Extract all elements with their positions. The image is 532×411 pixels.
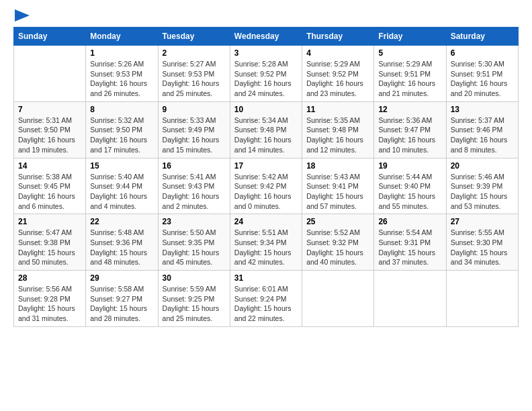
calendar-cell: 26Sunrise: 5:54 AM Sunset: 9:31 PM Dayli… xyxy=(374,214,446,271)
cell-content: Sunrise: 5:32 AM Sunset: 9:50 PM Dayligh… xyxy=(90,116,153,155)
day-number: 9 xyxy=(163,105,226,114)
calendar-cell: 5Sunrise: 5:29 AM Sunset: 9:51 PM Daylig… xyxy=(374,46,446,102)
cell-content: Sunrise: 5:31 AM Sunset: 9:50 PM Dayligh… xyxy=(18,116,81,155)
calendar-cell: 10Sunrise: 5:34 AM Sunset: 9:48 PM Dayli… xyxy=(230,101,302,158)
calendar-cell: 17Sunrise: 5:42 AM Sunset: 9:42 PM Dayli… xyxy=(230,158,302,214)
cell-content: Sunrise: 6:01 AM Sunset: 9:24 PM Dayligh… xyxy=(234,284,298,324)
calendar-cell: 24Sunrise: 5:51 AM Sunset: 9:34 PM Dayli… xyxy=(230,214,302,271)
calendar-cell: 12Sunrise: 5:36 AM Sunset: 9:47 PM Dayli… xyxy=(374,101,446,158)
day-number: 15 xyxy=(90,161,153,171)
day-number: 13 xyxy=(451,105,514,114)
logo-icon xyxy=(15,9,30,21)
day-number: 30 xyxy=(163,273,226,283)
calendar-cell: 27Sunrise: 5:55 AM Sunset: 9:30 PM Dayli… xyxy=(446,214,518,271)
day-number: 20 xyxy=(451,161,514,171)
day-of-week-header: Thursday xyxy=(302,28,374,46)
day-number: 23 xyxy=(163,217,226,226)
day-number: 26 xyxy=(378,217,441,226)
day-number: 2 xyxy=(163,48,226,58)
day-number: 24 xyxy=(234,217,298,226)
day-number: 22 xyxy=(90,217,153,226)
cell-content: Sunrise: 5:42 AM Sunset: 9:42 PM Dayligh… xyxy=(234,172,298,212)
day-number: 1 xyxy=(90,48,153,58)
calendar-cell: 18Sunrise: 5:43 AM Sunset: 9:41 PM Dayli… xyxy=(302,158,374,214)
cell-content: Sunrise: 5:51 AM Sunset: 9:34 PM Dayligh… xyxy=(234,228,298,267)
svg-marker-0 xyxy=(15,9,30,21)
cell-content: Sunrise: 5:37 AM Sunset: 9:46 PM Dayligh… xyxy=(451,116,514,155)
day-number: 12 xyxy=(378,105,441,114)
day-number: 7 xyxy=(18,105,81,114)
calendar-cell: 31Sunrise: 6:01 AM Sunset: 9:24 PM Dayli… xyxy=(230,271,302,327)
calendar-cell xyxy=(302,271,374,327)
cell-content: Sunrise: 5:55 AM Sunset: 9:30 PM Dayligh… xyxy=(451,228,514,267)
calendar-week-row: 1Sunrise: 5:26 AM Sunset: 9:53 PM Daylig… xyxy=(14,46,519,102)
calendar-cell: 11Sunrise: 5:35 AM Sunset: 9:48 PM Dayli… xyxy=(302,101,374,158)
calendar-cell: 15Sunrise: 5:40 AM Sunset: 9:44 PM Dayli… xyxy=(86,158,158,214)
cell-content: Sunrise: 5:48 AM Sunset: 9:36 PM Dayligh… xyxy=(90,228,153,267)
day-number: 14 xyxy=(18,161,81,171)
calendar-header-row: SundayMondayTuesdayWednesdayThursdayFrid… xyxy=(14,28,519,46)
calendar-cell: 19Sunrise: 5:44 AM Sunset: 9:40 PM Dayli… xyxy=(374,158,446,214)
calendar-cell xyxy=(14,46,86,102)
cell-content: Sunrise: 5:27 AM Sunset: 9:53 PM Dayligh… xyxy=(163,59,226,99)
cell-content: Sunrise: 5:44 AM Sunset: 9:40 PM Dayligh… xyxy=(378,172,441,212)
day-number: 18 xyxy=(306,161,369,171)
cell-content: Sunrise: 5:40 AM Sunset: 9:44 PM Dayligh… xyxy=(90,172,153,212)
day-number: 29 xyxy=(90,273,153,283)
day-number: 3 xyxy=(234,48,298,58)
calendar-week-row: 28Sunrise: 5:56 AM Sunset: 9:28 PM Dayli… xyxy=(14,271,519,327)
cell-content: Sunrise: 5:50 AM Sunset: 9:35 PM Dayligh… xyxy=(163,228,226,267)
cell-content: Sunrise: 5:56 AM Sunset: 9:28 PM Dayligh… xyxy=(18,284,81,324)
calendar-cell: 23Sunrise: 5:50 AM Sunset: 9:35 PM Dayli… xyxy=(158,214,230,271)
cell-content: Sunrise: 5:41 AM Sunset: 9:43 PM Dayligh… xyxy=(163,172,226,212)
calendar-cell: 9Sunrise: 5:33 AM Sunset: 9:49 PM Daylig… xyxy=(158,101,230,158)
day-number: 5 xyxy=(378,48,441,58)
calendar-cell: 20Sunrise: 5:46 AM Sunset: 9:39 PM Dayli… xyxy=(446,158,518,214)
calendar-cell: 28Sunrise: 5:56 AM Sunset: 9:28 PM Dayli… xyxy=(14,271,86,327)
calendar-week-row: 14Sunrise: 5:38 AM Sunset: 9:45 PM Dayli… xyxy=(14,158,519,214)
day-of-week-header: Friday xyxy=(374,28,446,46)
calendar-week-row: 21Sunrise: 5:47 AM Sunset: 9:38 PM Dayli… xyxy=(14,214,519,271)
day-number: 19 xyxy=(378,161,441,171)
cell-content: Sunrise: 5:35 AM Sunset: 9:48 PM Dayligh… xyxy=(306,116,369,155)
calendar-cell: 3Sunrise: 5:28 AM Sunset: 9:52 PM Daylig… xyxy=(230,46,302,102)
day-number: 4 xyxy=(306,48,369,58)
calendar-cell: 7Sunrise: 5:31 AM Sunset: 9:50 PM Daylig… xyxy=(14,101,86,158)
calendar-cell: 2Sunrise: 5:27 AM Sunset: 9:53 PM Daylig… xyxy=(158,46,230,102)
cell-content: Sunrise: 5:43 AM Sunset: 9:41 PM Dayligh… xyxy=(306,172,369,212)
cell-content: Sunrise: 5:36 AM Sunset: 9:47 PM Dayligh… xyxy=(378,116,441,155)
day-number: 21 xyxy=(18,217,81,226)
cell-content: Sunrise: 5:28 AM Sunset: 9:52 PM Dayligh… xyxy=(234,59,298,99)
logo xyxy=(13,11,30,21)
day-of-week-header: Tuesday xyxy=(158,28,230,46)
day-number: 28 xyxy=(18,273,81,283)
day-of-week-header: Sunday xyxy=(14,28,86,46)
calendar-cell: 14Sunrise: 5:38 AM Sunset: 9:45 PM Dayli… xyxy=(14,158,86,214)
cell-content: Sunrise: 5:29 AM Sunset: 9:51 PM Dayligh… xyxy=(378,59,441,99)
day-number: 6 xyxy=(451,48,514,58)
cell-content: Sunrise: 5:29 AM Sunset: 9:52 PM Dayligh… xyxy=(306,59,369,99)
day-number: 17 xyxy=(234,161,298,171)
calendar-cell: 1Sunrise: 5:26 AM Sunset: 9:53 PM Daylig… xyxy=(86,46,158,102)
day-number: 27 xyxy=(451,217,514,226)
cell-content: Sunrise: 5:59 AM Sunset: 9:25 PM Dayligh… xyxy=(163,284,226,324)
page-header xyxy=(13,11,519,21)
cell-content: Sunrise: 5:26 AM Sunset: 9:53 PM Dayligh… xyxy=(90,59,153,99)
day-number: 11 xyxy=(306,105,369,114)
cell-content: Sunrise: 5:46 AM Sunset: 9:39 PM Dayligh… xyxy=(451,172,514,212)
cell-content: Sunrise: 5:30 AM Sunset: 9:51 PM Dayligh… xyxy=(451,59,514,99)
calendar-cell: 21Sunrise: 5:47 AM Sunset: 9:38 PM Dayli… xyxy=(14,214,86,271)
calendar-cell xyxy=(446,271,518,327)
calendar-cell: 16Sunrise: 5:41 AM Sunset: 9:43 PM Dayli… xyxy=(158,158,230,214)
cell-content: Sunrise: 5:54 AM Sunset: 9:31 PM Dayligh… xyxy=(378,228,441,267)
day-number: 10 xyxy=(234,105,298,114)
calendar-cell: 13Sunrise: 5:37 AM Sunset: 9:46 PM Dayli… xyxy=(446,101,518,158)
calendar-cell: 22Sunrise: 5:48 AM Sunset: 9:36 PM Dayli… xyxy=(86,214,158,271)
calendar-cell: 29Sunrise: 5:58 AM Sunset: 9:27 PM Dayli… xyxy=(86,271,158,327)
calendar-cell: 8Sunrise: 5:32 AM Sunset: 9:50 PM Daylig… xyxy=(86,101,158,158)
day-number: 25 xyxy=(306,217,369,226)
cell-content: Sunrise: 5:47 AM Sunset: 9:38 PM Dayligh… xyxy=(18,228,81,267)
calendar-cell: 30Sunrise: 5:59 AM Sunset: 9:25 PM Dayli… xyxy=(158,271,230,327)
day-of-week-header: Monday xyxy=(86,28,158,46)
cell-content: Sunrise: 5:52 AM Sunset: 9:32 PM Dayligh… xyxy=(306,228,369,267)
